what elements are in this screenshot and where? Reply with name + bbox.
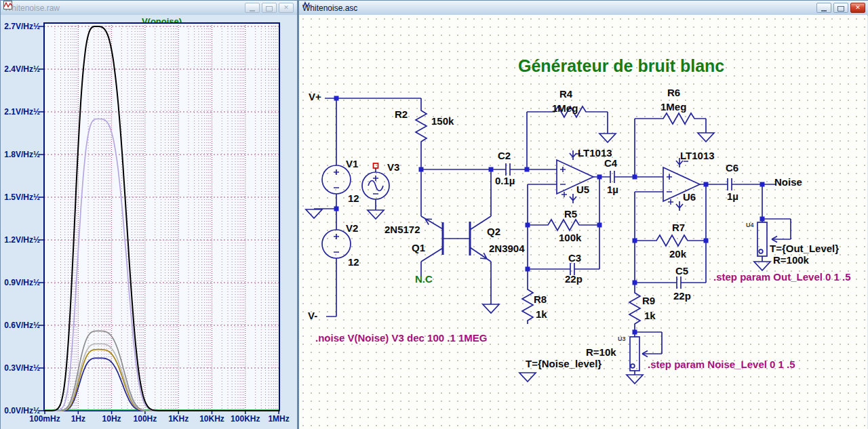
label-q2[interactable]: Q2 xyxy=(487,226,500,237)
directive-noise[interactable]: .noise V(Noise) V3 dec 100 .1 1MEG xyxy=(315,333,487,344)
y-axis-tick-label: 0.3V/Hz½ xyxy=(1,363,40,373)
plot-area[interactable]: V(onoise) 2.7V/Hz½2.4V/Hz½2.1V/Hz½1.8V/H… xyxy=(1,15,297,429)
capacitor-C4[interactable] xyxy=(610,171,614,183)
resistor-R7[interactable] xyxy=(653,235,691,246)
y-axis-tick-label: 0.6V/Hz½ xyxy=(1,321,40,330)
value-r8[interactable]: 1k xyxy=(536,309,547,320)
label-r5[interactable]: R5 xyxy=(564,209,577,220)
resistor-R5[interactable] xyxy=(545,220,583,230)
value-u3-t[interactable]: T={Noise_level} xyxy=(526,359,601,369)
schematic-window[interactable]: Whitenoise.asc ✕ xyxy=(298,0,868,429)
waveform-window[interactable]: Whitenoise.raw ✕ V(onoise) 2.7V/Hz½2.4V/… xyxy=(0,0,298,429)
value-r2[interactable]: 150k xyxy=(431,116,454,127)
label-u5[interactable]: U5 xyxy=(576,184,589,195)
value-r9[interactable]: 1k xyxy=(644,310,656,321)
restore-button[interactable] xyxy=(833,3,848,13)
label-c5[interactable]: C5 xyxy=(675,266,688,277)
net-label-nc[interactable]: N.C xyxy=(415,274,433,285)
label-r7[interactable]: R7 xyxy=(672,222,685,233)
value-r6[interactable]: 1Meg xyxy=(660,102,686,113)
capacitor-C6[interactable] xyxy=(728,178,732,190)
label-v3[interactable]: V3 xyxy=(387,162,399,173)
value-v1[interactable]: 12 xyxy=(348,193,359,204)
voltage-source-V1[interactable] xyxy=(322,165,351,194)
label-r2[interactable]: R2 xyxy=(395,109,408,120)
net-label-noise[interactable]: Noise xyxy=(774,177,802,188)
label-c4[interactable]: C4 xyxy=(604,158,617,169)
schematic-window-icon xyxy=(302,1,311,9)
minimize-button[interactable] xyxy=(245,3,260,13)
close-icon: ✕ xyxy=(855,4,861,11)
x-axis-tick-label: 1MHz xyxy=(257,414,300,424)
plot-canvas[interactable] xyxy=(1,15,297,429)
label-u3[interactable]: U3 xyxy=(618,336,626,342)
waveform-window-title: Whitenoise.raw xyxy=(4,3,60,13)
transistor-Q1[interactable] xyxy=(421,216,443,262)
label-u4[interactable]: U4 xyxy=(746,222,754,228)
resistor-R9[interactable] xyxy=(629,289,640,327)
label-r9[interactable]: R9 xyxy=(642,295,655,306)
label-v2[interactable]: V2 xyxy=(346,223,358,234)
capacitor-C5[interactable] xyxy=(677,277,681,289)
resistor-R6[interactable] xyxy=(660,113,698,124)
label-c6[interactable]: C6 xyxy=(726,163,738,173)
minimize-button[interactable] xyxy=(816,3,831,13)
close-button[interactable]: ✕ xyxy=(850,3,865,13)
waveform-titlebar[interactable]: Whitenoise.raw ✕ xyxy=(1,1,297,16)
value-r5[interactable]: 100k xyxy=(559,232,581,243)
label-c2[interactable]: C2 xyxy=(498,150,511,161)
value-c4[interactable]: 1µ xyxy=(607,184,618,195)
value-u3-r[interactable]: R=10k xyxy=(586,347,616,358)
y-axis-tick-label: 2.4V/Hz½ xyxy=(1,64,40,74)
label-q1[interactable]: Q1 xyxy=(412,243,425,253)
capacitor-C2[interactable] xyxy=(506,163,510,176)
y-axis-tick-label: 1.5V/Hz½ xyxy=(1,192,40,202)
maximize-button[interactable] xyxy=(262,3,277,13)
value-c2[interactable]: 0.1µ xyxy=(495,176,515,186)
waveform-window-icon xyxy=(3,1,12,9)
junction-dots xyxy=(334,96,765,335)
value-c3[interactable]: 22p xyxy=(565,274,583,285)
label-r4[interactable]: R4 xyxy=(559,89,572,100)
value-r7[interactable]: 20k xyxy=(669,249,686,260)
minimize-icon xyxy=(250,10,255,12)
value-r4[interactable]: 1Meg xyxy=(552,103,578,114)
minimize-icon xyxy=(821,10,827,12)
schematic-canvas[interactable]: Générateur de bruit blancV+V-V112V212V3R… xyxy=(299,15,867,429)
schematic-window-title: Whitenoise.asc xyxy=(302,3,357,13)
label-u6[interactable]: U6 xyxy=(683,192,696,203)
transistor-Q2[interactable] xyxy=(470,216,491,262)
value-c5[interactable]: 22p xyxy=(673,291,691,302)
opamp-U6[interactable] xyxy=(663,158,700,211)
value-q2[interactable]: 2N3904 xyxy=(489,243,525,254)
y-axis-tick-label: 1.2V/Hz½ xyxy=(1,235,40,245)
value-v2[interactable]: 12 xyxy=(348,257,359,268)
ltspice-desktop: { "left_window": { "title": "Whitenoise.… xyxy=(0,0,868,429)
value-q1[interactable]: 2N5172 xyxy=(384,224,420,235)
floating-pin-marker xyxy=(374,163,378,168)
resistor-R8[interactable] xyxy=(522,286,533,324)
net-label-vminus[interactable]: V- xyxy=(308,310,317,321)
label-r6[interactable]: R6 xyxy=(667,87,680,98)
value-c6[interactable]: 1µ xyxy=(727,191,738,202)
net-label-vplus[interactable]: V+ xyxy=(309,91,321,102)
y-axis-tick-label: 1.8V/Hz½ xyxy=(1,150,40,159)
y-axis-tick-label: 0.9V/Hz½ xyxy=(1,278,40,287)
directive-step-noise[interactable]: .step param Noise_Level 0 1 .5 xyxy=(648,359,795,370)
voltage-source-V3[interactable] xyxy=(362,172,389,199)
y-axis-tick-label: 2.1V/Hz½ xyxy=(1,107,40,117)
close-button[interactable]: ✕ xyxy=(279,3,294,13)
schematic-heading[interactable]: Générateur de bruit blanc xyxy=(518,57,724,75)
resistor-R2[interactable] xyxy=(416,107,427,145)
voltage-source-V2[interactable] xyxy=(322,230,351,258)
value-u4-t[interactable]: T={Out_Level} xyxy=(770,243,839,254)
value-u4-r[interactable]: R=100k xyxy=(773,255,809,266)
label-c3[interactable]: C3 xyxy=(568,253,581,264)
directive-step-out[interactable]: .step param Out_Level 0 1 .5 xyxy=(713,272,851,283)
schematic-titlebar[interactable]: Whitenoise.asc ✕ xyxy=(299,1,868,16)
close-icon: ✕ xyxy=(283,4,289,11)
y-axis-tick-label: 2.7V/Hz½ xyxy=(1,22,40,31)
label-v1[interactable]: V1 xyxy=(346,159,358,169)
label-r8[interactable]: R8 xyxy=(534,294,547,305)
value-u6[interactable]: LT1013 xyxy=(680,150,715,161)
